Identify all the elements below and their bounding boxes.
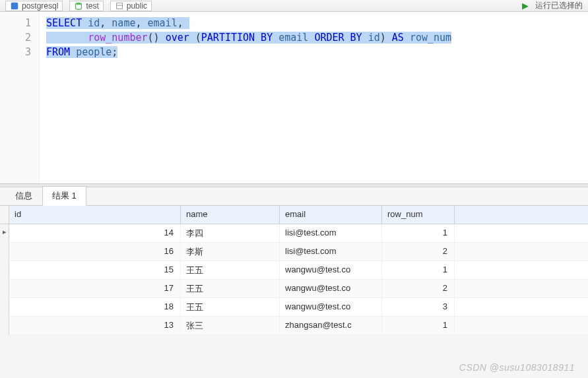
sql-editor[interactable]: 1 2 3 SELECT id, name, email, row_number… [0, 12, 588, 183]
cell-email[interactable]: lisi@test.com [280, 243, 382, 261]
row-marker [0, 280, 9, 298]
grid-header: id name email row_num [0, 206, 588, 224]
cell-name[interactable]: 李斯 [181, 243, 280, 261]
cell-email[interactable]: wangwu@test.co [280, 261, 382, 279]
line-number: 3 [0, 45, 31, 59]
svg-point-1 [76, 2, 82, 5]
grid-body: ▸14李四lisi@test.com116李斯lisi@test.com215王… [0, 224, 588, 335]
table-row[interactable]: 16李斯lisi@test.com2 [0, 243, 588, 261]
cell-email[interactable]: wangwu@test.co [280, 280, 382, 298]
code-area[interactable]: SELECT id, name, email, row_number() ove… [40, 12, 588, 183]
row-marker [0, 298, 9, 316]
cell-email[interactable]: zhangsan@test.c [280, 317, 382, 334]
run-icon[interactable]: ▶ [522, 1, 529, 11]
column-header-name[interactable]: name [181, 206, 280, 224]
cell-id[interactable]: 17 [9, 280, 181, 298]
cell-rownum[interactable]: 3 [382, 298, 455, 316]
database-label: test [86, 1, 98, 11]
connection-label: postgresql [22, 1, 58, 11]
line-number: 1 [0, 16, 31, 30]
cell-id[interactable]: 13 [9, 317, 181, 334]
cell-email[interactable]: wangwu@test.co [280, 298, 382, 316]
tab-result-1[interactable]: 结果 1 [42, 186, 86, 206]
code-line: FROM people; [46, 45, 581, 59]
row-marker-header [0, 206, 9, 224]
tab-info[interactable]: 信息 [5, 186, 42, 205]
cell-name[interactable]: 李四 [181, 224, 280, 242]
row-marker [0, 243, 9, 261]
table-row[interactable]: ▸14李四lisi@test.com1 [0, 224, 588, 243]
cell-rownum[interactable]: 2 [382, 243, 455, 261]
code-line: row_number() over (PARTITION BY email OR… [46, 30, 581, 45]
cell-id[interactable]: 16 [9, 243, 181, 261]
cell-rownum[interactable]: 2 [382, 280, 455, 298]
table-row[interactable]: 18王五wangwu@test.co3 [0, 298, 588, 317]
cell-name[interactable]: 王五 [181, 280, 280, 298]
connection-selector[interactable]: postgresql [5, 1, 63, 11]
cell-rownum[interactable]: 1 [382, 317, 455, 334]
column-header-email[interactable]: email [280, 206, 382, 224]
cell-rownum[interactable]: 1 [382, 224, 455, 242]
result-grid: id name email row_num ▸14李四lisi@test.com… [0, 206, 588, 335]
cell-name[interactable]: 王五 [181, 261, 280, 279]
cell-id[interactable]: 14 [9, 224, 181, 242]
row-marker [0, 261, 9, 279]
schema-icon [115, 1, 124, 11]
cell-name[interactable]: 张三 [181, 317, 280, 334]
column-header-id[interactable]: id [9, 206, 181, 224]
run-label: 运行已选择的 [535, 0, 583, 11]
cell-rownum[interactable]: 1 [382, 261, 455, 279]
svg-rect-0 [11, 2, 18, 9]
result-tabs: 信息 结果 1 [0, 187, 588, 206]
table-row[interactable]: 15王五wangwu@test.co1 [0, 261, 588, 280]
schema-label: public [127, 1, 147, 11]
cell-id[interactable]: 15 [9, 261, 181, 279]
line-gutter: 1 2 3 [0, 12, 40, 183]
svg-rect-2 [116, 3, 122, 9]
connection-icon [10, 1, 19, 11]
cell-id[interactable]: 18 [9, 298, 181, 316]
database-selector[interactable]: test [69, 1, 103, 11]
code-line: SELECT id, name, email, [46, 16, 581, 30]
row-marker: ▸ [0, 224, 9, 242]
cell-email[interactable]: lisi@test.com [280, 224, 382, 242]
database-icon [74, 1, 83, 11]
column-header-rownum[interactable]: row_num [382, 206, 455, 224]
toolbar: postgresql test public ▶ 运行已选择的 [0, 0, 588, 12]
table-row[interactable]: 17王五wangwu@test.co2 [0, 280, 588, 298]
row-marker [0, 317, 9, 334]
watermark: CSDN @susu1083018911 [459, 362, 575, 373]
line-number: 2 [0, 30, 31, 45]
cell-name[interactable]: 王五 [181, 298, 280, 316]
table-row[interactable]: 13张三zhangsan@test.c1 [0, 317, 588, 335]
schema-selector[interactable]: public [110, 1, 152, 11]
